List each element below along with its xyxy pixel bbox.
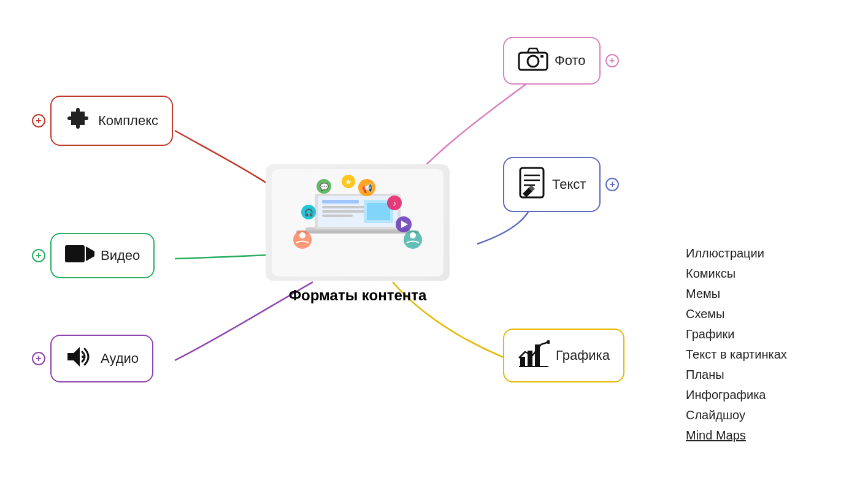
- svg-rect-7: [322, 210, 365, 213]
- audio-expand-btn[interactable]: +: [32, 352, 45, 365]
- svg-rect-38: [520, 357, 525, 367]
- svg-point-24: [410, 232, 416, 238]
- svg-text:💬: 💬: [320, 182, 329, 191]
- video-label: Видео: [101, 248, 140, 264]
- tekst-label: Текст: [552, 177, 586, 192]
- svg-point-32: [528, 56, 539, 67]
- grafika-subitem: Графики: [686, 326, 787, 343]
- grafika-sublist: ИллюстрацииКомиксыМемыСхемыГрафикиТекст …: [686, 245, 787, 444]
- foto-node: Фото +: [503, 37, 601, 85]
- audio-label: Аудио: [101, 351, 139, 367]
- svg-rect-27: [65, 245, 85, 262]
- kompleks-label: Комплекс: [98, 113, 158, 129]
- svg-text:♪: ♪: [393, 199, 396, 208]
- kompleks-node: + Комплекс: [50, 96, 173, 146]
- svg-text:📢: 📢: [362, 183, 373, 194]
- puzzle-icon: [65, 105, 92, 136]
- foto-expand-btn[interactable]: +: [605, 54, 619, 67]
- video-expand-btn[interactable]: +: [32, 249, 45, 262]
- center-node-label: Форматы контента: [289, 287, 427, 304]
- grafika-subitem: Мемы: [686, 286, 787, 302]
- center-node: 📢 ♪ 💬 🎧: [238, 164, 477, 324]
- video-icon: [65, 243, 94, 268]
- svg-text:🎧: 🎧: [304, 208, 313, 217]
- svg-rect-8: [322, 215, 353, 217]
- grafika-subitem: Текст в картинках: [686, 346, 787, 363]
- svg-rect-10: [367, 203, 390, 220]
- tekst-node: Текст +: [503, 157, 601, 212]
- grafika-subitem: Инфографика: [686, 387, 787, 403]
- grafika-label: Графика: [556, 348, 610, 363]
- chart-icon: [518, 338, 550, 373]
- svg-text:★: ★: [345, 177, 352, 186]
- center-illustration: 📢 ♪ 💬 🎧: [272, 169, 444, 276]
- audio-icon: [65, 344, 94, 373]
- tekst-expand-btn[interactable]: +: [605, 178, 619, 191]
- grafika-subitem: Схемы: [686, 306, 787, 322]
- svg-point-22: [299, 232, 305, 238]
- grafika-subitem: Комиксы: [686, 265, 787, 282]
- document-icon: [518, 167, 546, 202]
- mind-map-canvas: 📢 ♪ 💬 🎧: [0, 0, 868, 502]
- svg-rect-33: [540, 55, 543, 58]
- camera-icon: [518, 47, 548, 75]
- grafika-subitem: Mind Maps: [686, 427, 787, 444]
- svg-point-30: [82, 356, 84, 358]
- grafika-subitem: Планы: [686, 367, 787, 383]
- grafika-subitem: Иллюстрации: [686, 245, 787, 262]
- svg-point-41: [547, 340, 550, 344]
- svg-marker-29: [67, 347, 80, 367]
- grafika-subitem: Слайдшоу: [686, 407, 787, 424]
- center-node-image: 📢 ♪ 💬 🎧: [266, 164, 450, 281]
- grafika-node: Графика: [503, 329, 624, 382]
- audio-node: + Аудио: [50, 335, 153, 382]
- foto-label: Фото: [555, 53, 586, 69]
- svg-rect-5: [322, 200, 359, 203]
- kompleks-expand-btn[interactable]: +: [32, 114, 45, 127]
- video-node: + Видео: [50, 233, 155, 278]
- svg-marker-28: [86, 246, 94, 261]
